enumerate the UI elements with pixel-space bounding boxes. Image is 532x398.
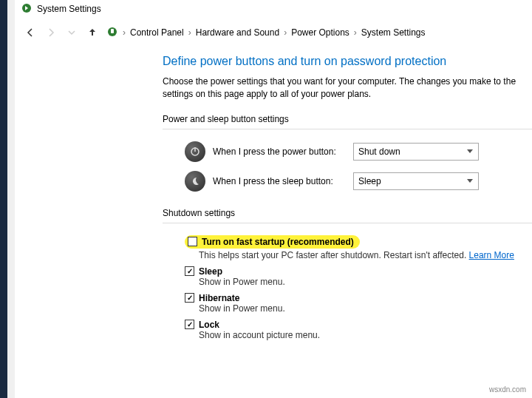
lock-option-label: Lock xyxy=(199,320,219,330)
hibernate-row: Hibernate xyxy=(163,291,532,303)
power-button-label: When I press the power button: xyxy=(213,146,346,157)
desktop-edge xyxy=(0,0,7,398)
fast-startup-label: Turn on fast startup (recommended) xyxy=(202,237,354,247)
power-icon xyxy=(185,141,205,162)
power-plug-icon xyxy=(106,26,118,40)
sleep-icon xyxy=(185,171,205,192)
lock-checkbox[interactable] xyxy=(185,320,194,329)
back-button[interactable] xyxy=(24,26,37,39)
learn-more-link[interactable]: Learn More xyxy=(469,250,514,260)
watermark: wsxdn.com xyxy=(489,385,526,394)
power-button-select[interactable]: Shut down xyxy=(353,143,479,161)
fast-startup-row: Turn on fast startup (recommended) xyxy=(185,235,360,249)
lock-row: Lock xyxy=(163,318,532,330)
chevron-right-icon: › xyxy=(188,27,191,38)
fast-startup-checkbox[interactable] xyxy=(188,237,197,246)
sleep-button-row: When I press the sleep button: Sleep xyxy=(163,166,532,196)
forward-button[interactable] xyxy=(44,26,58,39)
crumb-hardware-sound[interactable]: Hardware and Sound xyxy=(196,27,279,38)
titlebar: System Settings xyxy=(15,0,532,18)
fast-startup-desc: This helps start your PC faster after sh… xyxy=(163,250,532,260)
nav-row: › Control Panel › Hardware and Sound › P… xyxy=(15,18,532,47)
crumb-system-settings[interactable]: System Settings xyxy=(361,27,426,38)
svg-rect-2 xyxy=(111,29,114,33)
sleep-checkbox[interactable] xyxy=(185,266,194,276)
section-shutdown-label: Shutdown settings xyxy=(163,208,532,218)
chevron-right-icon: › xyxy=(354,27,357,38)
power-options-icon xyxy=(21,2,33,16)
page-title: Define power buttons and turn on passwor… xyxy=(163,55,532,68)
recent-dropdown[interactable] xyxy=(65,26,78,39)
main-content: Define power buttons and turn on passwor… xyxy=(15,47,532,340)
crumb-control-panel[interactable]: Control Panel xyxy=(130,27,184,38)
page-description: Choose the power settings that you want … xyxy=(163,75,532,101)
breadcrumb[interactable]: › Control Panel › Hardware and Sound › P… xyxy=(106,26,426,40)
shutdown-group: Shutdown settings Turn on fast startup (… xyxy=(163,208,532,340)
sleep-button-label: When I press the sleep button: xyxy=(213,176,346,186)
lock-desc: Show in account picture menu. xyxy=(163,330,532,340)
sleep-option-label: Sleep xyxy=(199,266,222,277)
power-sleep-group: When I press the power button: Shut down… xyxy=(163,129,532,196)
sleep-row: Sleep xyxy=(163,265,532,277)
up-button[interactable] xyxy=(86,26,99,39)
chevron-right-icon: › xyxy=(284,27,287,38)
power-button-row: When I press the power button: Shut down xyxy=(163,137,532,166)
window-title: System Settings xyxy=(37,4,101,14)
chevron-right-icon: › xyxy=(123,27,126,38)
window: System Settings › Control Panel › Hardwa… xyxy=(15,0,532,398)
hibernate-desc: Show in Power menu. xyxy=(163,303,532,314)
hibernate-option-label: Hibernate xyxy=(199,293,239,303)
crumb-power-options[interactable]: Power Options xyxy=(291,27,349,38)
hibernate-checkbox[interactable] xyxy=(185,293,194,303)
sleep-desc: Show in Power menu. xyxy=(163,277,532,287)
section-power-sleep-label: Power and sleep button settings xyxy=(163,114,532,124)
sleep-button-select[interactable]: Sleep xyxy=(353,172,479,190)
